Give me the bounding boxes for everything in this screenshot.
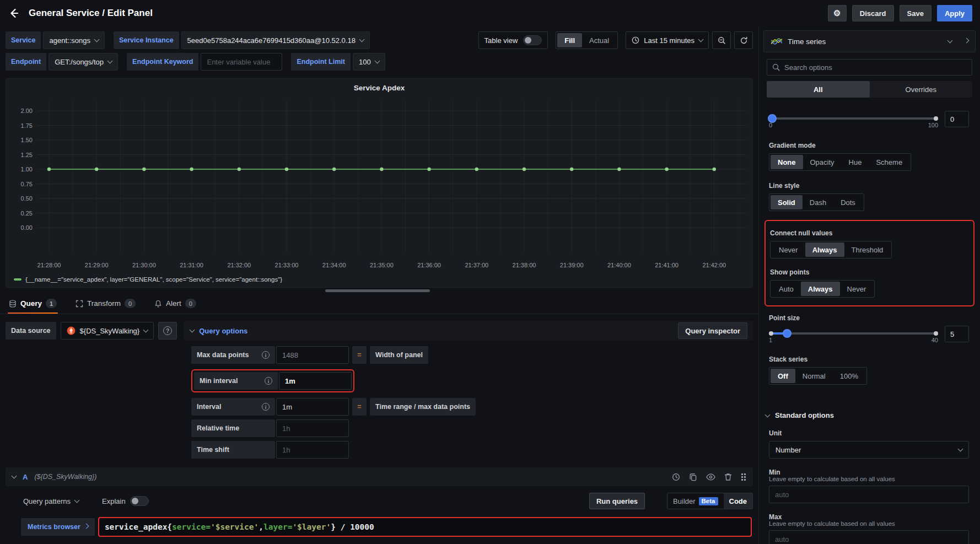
query-inspector-button[interactable]: Query inspector — [678, 322, 747, 339]
discard-button[interactable]: Discard — [852, 5, 894, 21]
time-shift-input[interactable]: 1h — [276, 441, 349, 459]
panel-settings-button[interactable]: ⚙ — [828, 5, 847, 21]
bell-icon — [154, 300, 162, 308]
chevron-right-icon[interactable] — [964, 38, 970, 44]
slider-handle[interactable] — [783, 329, 791, 338]
segment-option[interactable]: Never — [772, 243, 805, 257]
unit-label: Unit — [769, 429, 969, 437]
table-view-toggle-group[interactable]: Table view — [478, 31, 548, 49]
min-interval-input[interactable]: 1m — [279, 372, 352, 390]
horizontal-scrollbar-thumb[interactable] — [325, 289, 430, 292]
refresh-button[interactable] — [734, 31, 753, 49]
segment-option[interactable]: Auto — [772, 282, 801, 296]
equals-chip: = — [352, 398, 367, 416]
svg-text:21:41:00: 21:41:00 — [655, 262, 679, 268]
line-style-label: Line style — [769, 182, 969, 190]
question-circle-icon: ? — [163, 326, 172, 335]
segment-option[interactable]: Always — [801, 282, 840, 296]
point-size-value[interactable]: 5 — [945, 326, 969, 342]
segment-option[interactable]: Solid — [771, 195, 803, 209]
chart-plot[interactable]: 0.000.250.500.751.001.251.501.752.0021:2… — [10, 95, 749, 273]
query-toolbar-row: Query patterns Explain Run queries Build… — [21, 493, 753, 509]
explain-toggle[interactable] — [130, 496, 149, 506]
segment-option[interactable]: Scheme — [869, 155, 909, 169]
query-patterns-dropdown[interactable]: Query patterns — [21, 497, 81, 505]
min-interval-label: Min interval — [200, 377, 238, 385]
point-size-slider[interactable]: 1 40 — [769, 329, 938, 338]
segment-option[interactable]: 100% — [833, 369, 865, 383]
segment-option[interactable]: Dots — [833, 195, 863, 209]
chart-panel: Service Apdex 0.000.250.500.751.001.251.… — [6, 78, 753, 288]
table-view-toggle[interactable] — [523, 35, 542, 45]
segment-option[interactable]: Never — [840, 282, 874, 296]
line-style-group: SolidDashDots — [769, 193, 864, 211]
datasource-picker[interactable]: ${DS_SkyWalking} — [61, 322, 154, 340]
fill-opacity-value[interactable]: 0 — [945, 111, 969, 127]
actual-option[interactable]: Actual — [582, 33, 616, 47]
query-ref-label: A — [23, 473, 28, 481]
endpoint-limit-dropdown[interactable]: 100 — [353, 53, 385, 71]
promql-expression-input[interactable]: service_apdex{service='$service', layer=… — [98, 517, 752, 537]
drag-handle-icon[interactable] — [741, 473, 746, 481]
fill-opacity-slider[interactable]: 0 100 — [769, 114, 938, 123]
svg-text:21:38:00: 21:38:00 — [513, 262, 536, 268]
main-area: Service agent::songs Service Instance 5e… — [0, 26, 758, 544]
chevron-down-icon[interactable] — [947, 38, 953, 44]
zoom-out-button[interactable] — [712, 31, 731, 49]
segment-option[interactable]: Off — [771, 369, 795, 383]
stack-series-label: Stack series — [769, 356, 969, 363]
query-options-header[interactable]: Query options Query inspector — [184, 321, 753, 341]
unit-select[interactable]: Number — [769, 441, 969, 459]
apply-button[interactable]: Apply — [937, 5, 972, 21]
segment-option[interactable]: Normal — [795, 369, 833, 383]
chevron-down-icon — [107, 58, 113, 64]
segment-option[interactable]: Hue — [842, 155, 869, 169]
endpoint-variable-dropdown[interactable]: GET:/songs/top — [49, 53, 118, 71]
min-input[interactable]: auto — [769, 486, 969, 503]
tab-transform[interactable]: Transform 0 — [74, 299, 137, 314]
max-input[interactable]: auto — [769, 530, 969, 544]
endpoint-keyword-input[interactable]: Enter variable value — [201, 53, 282, 71]
eye-icon[interactable] — [706, 473, 715, 481]
datasource-help-button[interactable]: ? — [158, 322, 177, 340]
segment-option[interactable]: Dash — [803, 195, 833, 209]
duplicate-icon[interactable] — [689, 473, 697, 481]
min-interval-highlight: Min intervali 1m — [191, 369, 354, 392]
segment-option[interactable]: Always — [805, 243, 844, 257]
time-range-picker[interactable]: Last 15 minutes — [626, 31, 709, 49]
search-options-input[interactable]: Search options — [767, 59, 972, 76]
query-row-header[interactable]: A (${DS_SkyWalking}) — [6, 467, 753, 486]
max-data-points-input[interactable]: 1488 — [276, 346, 349, 364]
svg-text:0.00: 0.00 — [21, 224, 33, 231]
trash-icon[interactable] — [724, 473, 732, 481]
time-shift-row: Time shift 1h — [191, 441, 753, 459]
segment-option[interactable]: Opacity — [803, 155, 842, 169]
standard-options-header[interactable]: Standard options — [769, 411, 969, 419]
clock-icon — [632, 36, 639, 44]
viz-name: Time series — [788, 37, 826, 46]
builder-option[interactable]: BuilderBeta — [667, 493, 723, 509]
back-arrow-icon[interactable] — [8, 7, 20, 19]
save-button[interactable]: Save — [900, 5, 931, 21]
interval-input[interactable]: 1m — [276, 398, 349, 416]
segment-option[interactable]: Threshold — [844, 243, 891, 257]
explain-toggle-group: Explain — [102, 496, 149, 506]
min-label: Min — [769, 468, 969, 476]
visualization-picker[interactable]: Time series — [763, 30, 976, 52]
run-queries-button[interactable]: Run queries — [589, 493, 645, 509]
code-option[interactable]: Code — [724, 493, 753, 509]
query-count-badge: 1 — [46, 299, 57, 308]
metrics-browser-button[interactable]: Metrics browser — [21, 518, 95, 536]
tab-overrides[interactable]: Overrides — [870, 81, 973, 98]
tab-alert[interactable]: Alert 0 — [153, 299, 197, 314]
service-instance-variable-dropdown[interactable]: 5eed0e5758a244aca6e7699415d360aa@10.52.0… — [181, 31, 370, 49]
service-variable-dropdown[interactable]: agent::songs — [43, 31, 104, 49]
history-icon[interactable] — [672, 473, 680, 481]
segment-option[interactable]: None — [771, 155, 803, 169]
tab-all[interactable]: All — [767, 81, 870, 98]
tab-query[interactable]: Query 1 — [8, 299, 58, 314]
beta-badge: Beta — [699, 497, 718, 505]
relative-time-input[interactable]: 1h — [276, 419, 349, 437]
legend-item[interactable]: {__name__="service_apdex", layer="GENERA… — [14, 276, 282, 283]
fill-option[interactable]: Fill — [557, 33, 582, 47]
